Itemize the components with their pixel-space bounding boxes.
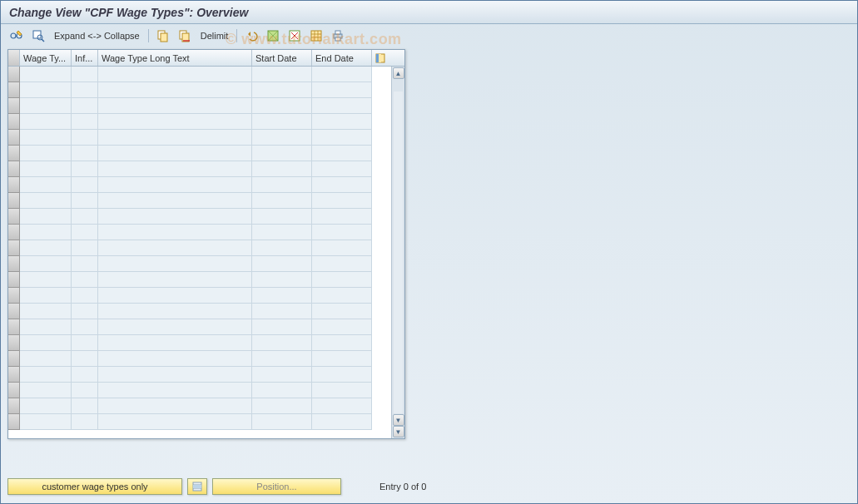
table-cell[interactable] [252, 225, 312, 240]
table-cell[interactable] [72, 256, 98, 272]
table-cell[interactable] [252, 414, 312, 430]
table-cell[interactable] [312, 256, 372, 272]
column-header[interactable]: Start Date [252, 50, 312, 66]
table-cell[interactable] [72, 98, 98, 114]
table-cell[interactable] [312, 383, 372, 398]
table-cell[interactable] [98, 256, 252, 272]
table-cell[interactable] [72, 335, 98, 351]
table-cell[interactable] [20, 146, 72, 161]
table-cell[interactable] [252, 146, 312, 161]
table-cell[interactable] [252, 288, 312, 304]
table-cell[interactable] [252, 367, 312, 383]
table-cell[interactable] [72, 193, 98, 209]
row-selector[interactable] [8, 130, 20, 146]
table-cell[interactable] [98, 304, 252, 319]
row-selector[interactable] [8, 225, 20, 240]
table-cell[interactable] [312, 288, 372, 304]
table-cell[interactable] [312, 414, 372, 430]
column-header[interactable]: Wage Ty... [20, 50, 72, 66]
table-cell[interactable] [20, 383, 72, 398]
row-selector[interactable] [8, 256, 20, 272]
row-selector[interactable] [8, 114, 20, 130]
table-cell[interactable] [20, 351, 72, 367]
table-cell[interactable] [252, 193, 312, 209]
table-cell[interactable] [98, 82, 252, 98]
table-cell[interactable] [72, 240, 98, 256]
row-selector[interactable] [8, 209, 20, 225]
table-cell[interactable] [98, 398, 252, 414]
table-cell[interactable] [98, 335, 252, 351]
table-cell[interactable] [98, 209, 252, 225]
table-cell[interactable] [98, 67, 252, 82]
table-cell[interactable] [72, 414, 98, 430]
table-cell[interactable] [20, 130, 72, 146]
table-cell[interactable] [20, 193, 72, 209]
delimit-button[interactable]: Delimit [197, 31, 232, 41]
table-cell[interactable] [20, 272, 72, 288]
table-cell[interactable] [72, 304, 98, 319]
table-cell[interactable] [98, 240, 252, 256]
table-cell[interactable] [72, 288, 98, 304]
configure-columns-button[interactable] [372, 50, 389, 66]
table-cell[interactable] [20, 398, 72, 414]
copy-as-button[interactable] [176, 27, 194, 44]
row-selector[interactable] [8, 335, 20, 351]
table-cell[interactable] [98, 161, 252, 177]
row-selector[interactable] [8, 319, 20, 335]
row-selector[interactable] [8, 288, 20, 304]
table-cell[interactable] [252, 335, 312, 351]
table-settings-button[interactable] [307, 27, 325, 44]
table-cell[interactable] [20, 367, 72, 383]
table-cell[interactable] [252, 240, 312, 256]
scroll-up-button[interactable]: ▲ [393, 67, 404, 79]
table-cell[interactable] [312, 130, 372, 146]
table-cell[interactable] [20, 414, 72, 430]
table-cell[interactable] [20, 67, 72, 82]
table-cell[interactable] [72, 367, 98, 383]
table-cell[interactable] [252, 304, 312, 319]
table-cell[interactable] [252, 351, 312, 367]
table-cell[interactable] [98, 114, 252, 130]
expand-collapse-button[interactable]: Expand <-> Collapse [51, 31, 143, 41]
table-cell[interactable] [312, 67, 372, 82]
copy-button[interactable] [154, 27, 172, 44]
row-selector[interactable] [8, 304, 20, 319]
row-selector[interactable] [8, 146, 20, 161]
table-cell[interactable] [72, 82, 98, 98]
table-cell[interactable] [252, 114, 312, 130]
table-cell[interactable] [252, 98, 312, 114]
table-cell[interactable] [98, 146, 252, 161]
table-cell[interactable] [98, 272, 252, 288]
column-header[interactable]: Inf... [72, 50, 98, 66]
row-selector[interactable] [8, 398, 20, 414]
table-cell[interactable] [20, 177, 72, 193]
table-cell[interactable] [98, 177, 252, 193]
table-cell[interactable] [98, 367, 252, 383]
customer-wage-types-button[interactable]: customer wage types only [7, 478, 182, 495]
row-selector[interactable] [8, 98, 20, 114]
table-cell[interactable] [252, 319, 312, 335]
table-cell[interactable] [72, 67, 98, 82]
table-cell[interactable] [252, 177, 312, 193]
table-cell[interactable] [98, 288, 252, 304]
table-cell[interactable] [98, 351, 252, 367]
table-cell[interactable] [72, 146, 98, 161]
table-cell[interactable] [20, 319, 72, 335]
column-header[interactable]: Wage Type Long Text [98, 50, 252, 66]
table-cell[interactable] [312, 161, 372, 177]
table-cell[interactable] [252, 256, 312, 272]
table-cell[interactable] [312, 319, 372, 335]
table-cell[interactable] [98, 193, 252, 209]
undo-button[interactable] [242, 27, 260, 44]
table-cell[interactable] [312, 240, 372, 256]
row-selector[interactable] [8, 367, 20, 383]
deselect-all-button[interactable] [285, 27, 304, 44]
table-cell[interactable] [72, 319, 98, 335]
table-cell[interactable] [20, 335, 72, 351]
table-cell[interactable] [72, 209, 98, 225]
row-selector[interactable] [8, 351, 20, 367]
table-cell[interactable] [312, 351, 372, 367]
table-cell[interactable] [312, 335, 372, 351]
table-cell[interactable] [312, 146, 372, 161]
print-button[interactable] [329, 27, 347, 44]
